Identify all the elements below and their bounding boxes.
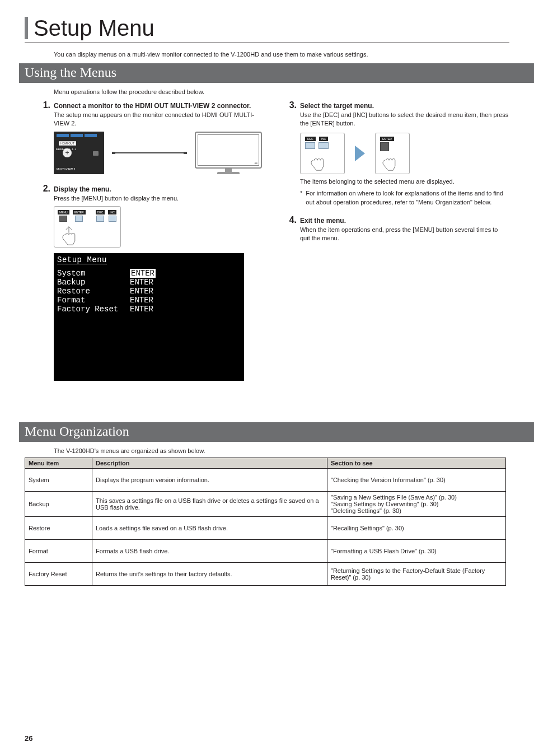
finger-press-icon — [59, 225, 79, 248]
section2-intro: The V-1200HD's menus are organized as sh… — [54, 447, 509, 454]
dec-btn-label: DEC — [96, 210, 105, 214]
cell-item: Format — [25, 540, 92, 563]
cell-sec: "Returning Settings to the Factory-Defau… — [327, 563, 506, 586]
cell-item: Backup — [25, 492, 92, 517]
table-row: Format Formats a USB flash drive. "Forma… — [25, 540, 506, 563]
finger-press-icon — [307, 150, 327, 174]
step1-title: Connect a monitor to the HDMI OUT MULTI-… — [54, 102, 251, 110]
hdmi-out-label: HDMI OUT — [59, 141, 76, 146]
dec-inc-enter-figure: DECINC ENTER — [300, 133, 509, 174]
step2-title: Display the menu. — [54, 185, 111, 193]
step4-title: Exit the menu. — [300, 217, 346, 225]
cell-desc: Displays the program version information… — [92, 469, 327, 492]
menu-row-format: FormatENTER — [54, 296, 244, 305]
step1-number: 1 — [41, 101, 50, 110]
dec-btn-label-2: DEC — [305, 137, 316, 141]
baseband-label: BASEBAND — [56, 148, 68, 151]
step1-body: The setup menu appears on the monitor co… — [54, 111, 262, 128]
th-description: Description — [92, 458, 327, 469]
enter-btn-label: ENTER — [73, 210, 86, 214]
step2-number: 2 — [41, 184, 50, 193]
step3-note: * For information on where to look for e… — [300, 189, 509, 207]
cell-sec: "Checking the Version Information" (p. 3… — [327, 469, 506, 492]
th-section: Section to see — [327, 458, 506, 469]
menu-row-restore: RestoreENTER — [54, 287, 244, 296]
table-row: Backup This saves a settings file on a U… — [25, 492, 506, 517]
menu-organization-table: Menu item Description Section to see Sys… — [25, 458, 506, 586]
monitor-illustration: •••• — [195, 132, 262, 174]
intro-text: You can display menus on a multi-view mo… — [54, 51, 509, 58]
step4-number: 4 — [288, 216, 297, 225]
cell-desc: This saves a settings file on a USB flas… — [92, 492, 327, 517]
inc-btn-label: INC — [108, 210, 116, 214]
menu-screenshot-title: Setup Menu — [54, 253, 244, 265]
menu-row-system: SystemENTER — [54, 269, 244, 278]
arrow-right-icon — [355, 146, 365, 161]
cell-sec: "Recalling Settings" (p. 30) — [327, 517, 506, 540]
step3-title: Select the target menu. — [300, 102, 374, 110]
step3-after: The items belonging to the selected menu… — [300, 178, 509, 186]
menu-row-backup: BackupENTER — [54, 278, 244, 287]
step4-body: When the item operations end, press the … — [300, 226, 509, 243]
cell-sec: "Formatting a USB Flash Drive" (p. 30) — [327, 540, 506, 563]
menu-row-factory-reset: Factory ResetENTER — [54, 305, 244, 314]
cell-desc: Loads a settings file saved on a USB fla… — [92, 517, 327, 540]
device-panel-illustration: HDMI OUT BASEBAND 4 : 4 : 4 MULTI-VIEW 2 — [54, 132, 104, 174]
step3-number: 3 — [288, 101, 297, 110]
title-rule — [25, 43, 509, 43]
section-heading-using-menus: Using the Menus — [19, 63, 534, 83]
table-row: Factory Reset Returns the unit's setting… — [25, 563, 506, 586]
table-header-row: Menu item Description Section to see — [25, 458, 506, 469]
cell-sec: "Saving a New Settings File (Save As)" (… — [327, 492, 506, 517]
cell-item: System — [25, 469, 92, 492]
finger-press-icon — [379, 150, 399, 174]
menu-btn-label: MENU — [58, 210, 69, 214]
step2-body: Press the [MENU] button to display the m… — [54, 194, 262, 203]
step3-body: Use the [DEC] and [INC] buttons to selec… — [300, 111, 509, 128]
multiview2-label: MULTI-VIEW 2 — [57, 167, 75, 171]
th-menu-item: Menu item — [25, 458, 92, 469]
setup-menu-screenshot: Setup Menu SystemENTER BackupENTER Resto… — [54, 253, 244, 381]
enter-btn-label-2: ENTER — [380, 137, 394, 141]
table-row: Restore Loads a settings file saved on a… — [25, 517, 506, 540]
inc-btn-label-2: INC — [319, 137, 329, 141]
table-row: System Displays the program version info… — [25, 469, 506, 492]
cell-item: Restore — [25, 517, 92, 540]
444-label: 4 : 4 : 4 — [69, 148, 76, 151]
cell-desc: Formats a USB flash drive. — [92, 540, 327, 563]
cell-desc: Returns the unit's settings to their fac… — [92, 563, 327, 586]
cell-item: Factory Reset — [25, 563, 92, 586]
step1-figure: HDMI OUT BASEBAND 4 : 4 : 4 MULTI-VIEW 2… — [54, 132, 262, 174]
menu-button-figure: MENU ENTER DEC INC — [54, 206, 121, 248]
section1-intro: Menu operations follow the procedure des… — [54, 88, 509, 95]
page-title: Setup Menu — [34, 17, 509, 39]
hdmi-cable-illustration — [113, 152, 186, 153]
page-number: 26 — [25, 734, 32, 743]
section-heading-menu-organization: Menu Organization — [19, 422, 534, 442]
